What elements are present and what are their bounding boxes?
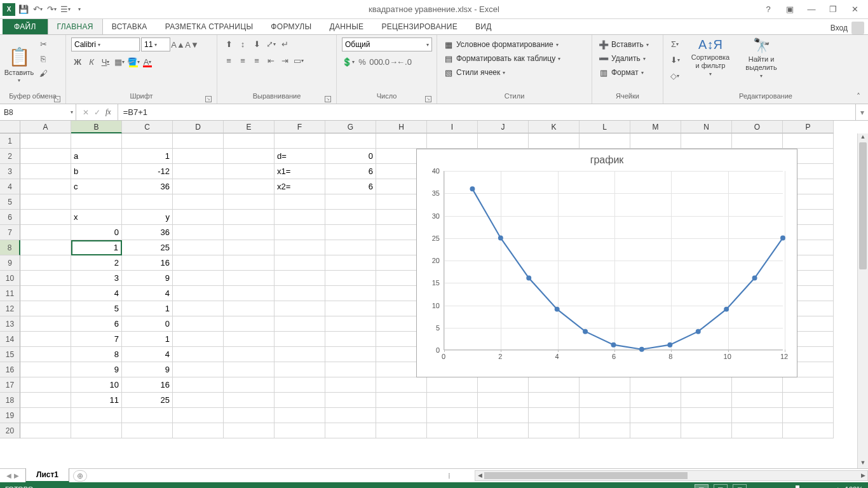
format-cells-button[interactable]: ▥Формат▾ xyxy=(597,67,658,78)
cell[interactable] xyxy=(275,393,325,408)
paste-button[interactable]: 📋 Вставить ▾ xyxy=(5,37,33,92)
cell[interactable] xyxy=(224,316,275,332)
cell[interactable] xyxy=(71,408,122,423)
cell[interactable] xyxy=(173,210,224,225)
thousands-icon[interactable]: 000 xyxy=(370,55,383,68)
cell[interactable]: 9 xyxy=(71,362,122,377)
cell[interactable] xyxy=(783,408,834,423)
cell[interactable]: d= xyxy=(275,149,325,164)
cell[interactable]: 3 xyxy=(71,271,122,286)
cell[interactable] xyxy=(122,133,173,149)
cell[interactable]: b xyxy=(71,164,122,179)
cell[interactable] xyxy=(325,133,376,149)
cell[interactable] xyxy=(275,286,325,301)
conditional-formatting-button[interactable]: ▦Условное форматирование▾ xyxy=(442,39,587,50)
font-size-combo[interactable]: 11▾ xyxy=(141,37,170,51)
column-headers[interactable]: ABCDEFGHIJKLMNOP xyxy=(20,121,834,133)
cell[interactable] xyxy=(20,225,71,240)
select-all-corner[interactable] xyxy=(0,121,20,133)
align-bottom-icon[interactable]: ⬇ xyxy=(250,37,263,50)
align-center-icon[interactable]: ≡ xyxy=(236,54,249,67)
cell[interactable] xyxy=(20,286,71,301)
cell[interactable] xyxy=(580,133,630,149)
cell[interactable] xyxy=(325,316,376,332)
tab-file[interactable]: ФАЙЛ xyxy=(3,19,48,34)
undo-icon[interactable]: ↶▾ xyxy=(32,4,43,15)
cell[interactable] xyxy=(20,179,71,194)
number-format-combo[interactable]: Общий▾ xyxy=(342,37,432,51)
cell[interactable] xyxy=(325,225,376,240)
cell[interactable] xyxy=(275,362,325,377)
cell[interactable]: 6 xyxy=(325,164,376,179)
decrease-font-icon[interactable]: A▼ xyxy=(186,38,198,51)
cell[interactable] xyxy=(20,362,71,377)
cell[interactable] xyxy=(630,133,681,149)
cell[interactable] xyxy=(732,377,783,393)
fill-color-icon[interactable]: 🪣▾ xyxy=(127,55,140,68)
cell[interactable] xyxy=(224,408,275,423)
increase-indent-icon[interactable]: ⇥ xyxy=(278,54,291,67)
merge-icon[interactable]: ▭▾ xyxy=(292,54,305,67)
cell[interactable] xyxy=(173,255,224,271)
cell[interactable]: 1 xyxy=(122,301,173,316)
horizontal-scrollbar[interactable]: ◀▶ xyxy=(475,470,868,481)
wrap-text-icon[interactable]: ↵ xyxy=(278,37,291,50)
cell[interactable] xyxy=(732,133,783,149)
align-left-icon[interactable]: ≡ xyxy=(222,54,235,67)
cell[interactable]: 0 xyxy=(71,225,122,240)
cell[interactable]: 4 xyxy=(122,286,173,301)
delete-cells-button[interactable]: ➖Удалить▾ xyxy=(597,53,658,64)
copy-icon[interactable]: ⎘ xyxy=(37,52,50,65)
cell[interactable] xyxy=(173,164,224,179)
cell[interactable] xyxy=(325,347,376,362)
cell[interactable]: 4 xyxy=(71,286,122,301)
cell[interactable] xyxy=(275,133,325,149)
cell[interactable] xyxy=(20,164,71,179)
vertical-scrollbar[interactable]: ▲▼ xyxy=(857,133,868,468)
cell[interactable] xyxy=(224,347,275,362)
sheet-nav[interactable]: ◀▶ xyxy=(0,472,25,479)
cell[interactable] xyxy=(275,377,325,393)
cell[interactable] xyxy=(580,408,630,423)
sort-filter-button[interactable]: А↕Я Сортировка и фильтр▾ xyxy=(688,37,733,77)
cell[interactable] xyxy=(783,393,834,408)
cell[interactable]: 7 xyxy=(71,332,122,347)
tab-2[interactable]: РАЗМЕТКА СТРАНИЦЫ xyxy=(156,19,262,34)
add-sheet-button[interactable]: ⊕ xyxy=(73,470,87,482)
cell[interactable]: 1 xyxy=(71,240,122,255)
cell[interactable] xyxy=(783,423,834,438)
cell[interactable] xyxy=(20,393,71,408)
cell[interactable] xyxy=(427,393,478,408)
zoom-in-icon[interactable]: + xyxy=(836,485,839,488)
cell[interactable] xyxy=(478,423,529,438)
cell[interactable]: 25 xyxy=(122,393,173,408)
cell[interactable] xyxy=(325,210,376,225)
align-top-icon[interactable]: ⬆ xyxy=(222,37,235,50)
cell[interactable] xyxy=(224,271,275,286)
font-name-combo[interactable]: Calibri▾ xyxy=(71,37,140,51)
cell[interactable]: 5 xyxy=(71,301,122,316)
cell[interactable] xyxy=(478,408,529,423)
cell[interactable] xyxy=(20,408,71,423)
formula-input[interactable]: =B7+1 xyxy=(118,104,855,120)
decrease-decimal-icon[interactable]: ←.0 xyxy=(398,55,410,68)
cell[interactable] xyxy=(275,301,325,316)
cell[interactable] xyxy=(376,393,427,408)
cell[interactable] xyxy=(20,240,71,255)
close-icon[interactable]: ✕ xyxy=(846,4,863,15)
cell[interactable] xyxy=(529,393,580,408)
cell[interactable] xyxy=(173,347,224,362)
cell[interactable] xyxy=(325,423,376,438)
cell[interactable] xyxy=(529,377,580,393)
cell[interactable] xyxy=(173,393,224,408)
cell[interactable] xyxy=(580,423,630,438)
align-middle-icon[interactable]: ↕ xyxy=(236,37,249,50)
cell[interactable] xyxy=(630,393,681,408)
cell[interactable] xyxy=(325,377,376,393)
name-box[interactable]: B8▾ xyxy=(0,104,76,120)
cell[interactable] xyxy=(224,240,275,255)
cell[interactable]: 6 xyxy=(71,316,122,332)
cell[interactable] xyxy=(630,377,681,393)
ribbon-options-icon[interactable]: ▣ xyxy=(782,4,798,15)
cell[interactable] xyxy=(325,362,376,377)
